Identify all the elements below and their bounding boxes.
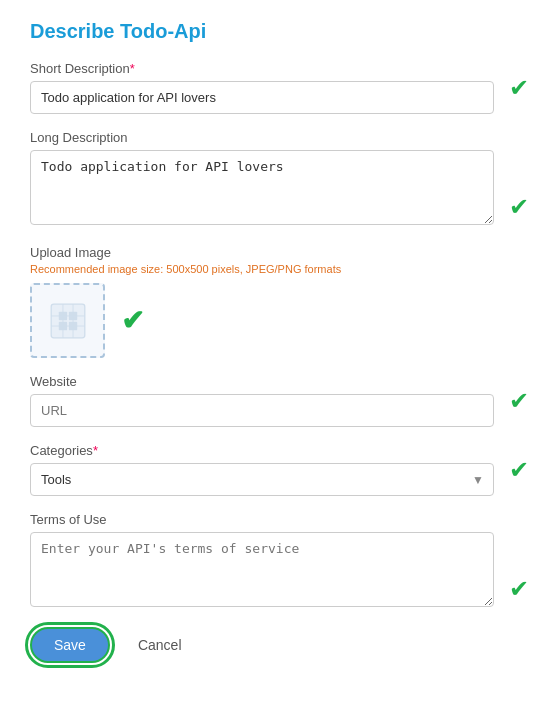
categories-group: Categories* Tools Productivity Developme…: [30, 443, 529, 496]
website-checkmark: ✔: [509, 387, 529, 415]
categories-select-wrapper: Tools Productivity Development Other ▼: [30, 463, 494, 496]
upload-image-label: Upload Image: [30, 245, 529, 260]
terms-input[interactable]: [30, 532, 494, 607]
terms-group: Terms of Use ✔: [30, 512, 529, 611]
categories-checkmark: ✔: [509, 456, 529, 484]
categories-select[interactable]: Tools Productivity Development Other: [30, 463, 494, 496]
short-description-checkmark: ✔: [509, 74, 529, 102]
categories-label: Categories*: [30, 443, 494, 458]
save-button[interactable]: Save: [30, 627, 110, 663]
page-title: Describe Todo-Api: [30, 20, 529, 43]
website-label: Website: [30, 374, 494, 389]
upload-area-row: ✔: [30, 283, 529, 358]
upload-box[interactable]: [30, 283, 105, 358]
terms-label: Terms of Use: [30, 512, 494, 527]
upload-image-hint: Recommended image size: 500x500 pixels, …: [30, 263, 529, 275]
short-description-group: Short Description* ✔: [30, 61, 529, 114]
short-description-input[interactable]: [30, 81, 494, 114]
long-description-label: Long Description: [30, 130, 494, 145]
long-description-input[interactable]: Todo application for API lovers: [30, 150, 494, 225]
button-row: Save Cancel: [30, 627, 529, 663]
terms-checkmark: ✔: [509, 575, 529, 603]
upload-checkmark: ✔: [121, 304, 144, 337]
website-input[interactable]: [30, 394, 494, 427]
svg-rect-0: [51, 304, 85, 338]
short-description-label: Short Description*: [30, 61, 494, 76]
cancel-button[interactable]: Cancel: [122, 629, 198, 661]
upload-image-section: Upload Image Recommended image size: 500…: [30, 245, 529, 358]
upload-placeholder-icon: [47, 300, 89, 342]
long-description-group: Long Description Todo application for AP…: [30, 130, 529, 229]
website-group: Website ✔: [30, 374, 529, 427]
long-description-checkmark: ✔: [509, 193, 529, 221]
